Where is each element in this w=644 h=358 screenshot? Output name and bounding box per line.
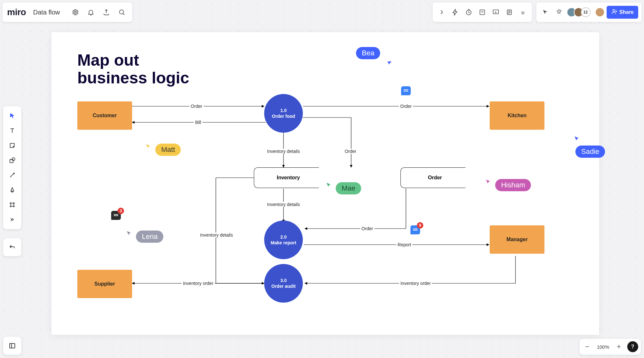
cursor-label: Sadie	[575, 146, 605, 158]
canvas-frame[interactable]: Map out business logic	[52, 32, 599, 335]
zoom-level[interactable]: 100%	[596, 344, 610, 350]
process-label: Order audit	[271, 283, 295, 289]
zoom-in[interactable]: +	[614, 342, 624, 352]
note-icon[interactable]	[504, 6, 515, 18]
svg-point-6	[613, 9, 615, 12]
process-make-report[interactable]: 2.0 Make report	[264, 221, 303, 259]
frame-tool[interactable]	[6, 198, 19, 211]
svg-rect-9	[10, 344, 15, 348]
process-id: 2.0	[280, 234, 286, 240]
share-label: Share	[620, 9, 634, 15]
topbar-right: 12 Share	[433, 3, 641, 22]
svg-point-0	[74, 11, 76, 13]
miro-logo[interactable]: miro	[7, 7, 26, 17]
node-customer[interactable]: Customer	[77, 101, 132, 130]
comment-badge: 9	[417, 222, 423, 229]
comment-icon[interactable]	[401, 86, 411, 95]
svg-point-1	[120, 10, 124, 14]
process-order-food[interactable]: 1.0 Order food	[264, 94, 303, 133]
topbar-left: miro Data flow	[3, 3, 132, 22]
svg-rect-7	[10, 159, 13, 163]
bell-icon[interactable]	[85, 6, 97, 18]
cursor-label: Mae	[336, 182, 361, 194]
share-button[interactable]: Share	[607, 6, 638, 19]
canvas-title: Map out business logic	[77, 52, 189, 87]
process-id: 3.0	[280, 278, 286, 283]
bolt-icon[interactable]	[449, 6, 461, 18]
edge-label: Order	[189, 104, 204, 109]
reactions-icon[interactable]	[553, 6, 565, 18]
collab-panel: 12 Share	[536, 3, 641, 22]
edge-label: Inventory details	[266, 149, 301, 154]
pen-tool[interactable]	[6, 184, 19, 196]
board-name[interactable]: Data flow	[30, 7, 66, 18]
timer-icon[interactable]	[463, 6, 475, 18]
settings-icon[interactable]	[70, 6, 81, 18]
datastore-order[interactable]: Order	[404, 167, 466, 188]
cursor-label: Matt	[155, 144, 181, 156]
undo-button[interactable]	[3, 238, 21, 256]
node-supplier[interactable]: Supplier	[77, 270, 132, 298]
shape-tool[interactable]	[6, 154, 19, 167]
comment-icon[interactable]: 3	[111, 211, 121, 220]
comment-badge: 3	[118, 208, 124, 214]
cursor-share-icon[interactable]	[540, 6, 551, 18]
frame-icon[interactable]	[476, 6, 488, 18]
edge-label: Order	[343, 149, 358, 154]
avatar-stack[interactable]: 12	[567, 7, 591, 17]
panel-toggle[interactable]	[3, 337, 21, 355]
left-toolbar	[3, 106, 21, 229]
comment-icon[interactable]: 9	[410, 225, 420, 234]
more-apps-icon[interactable]	[517, 6, 529, 18]
help-button[interactable]: ?	[627, 341, 638, 352]
process-order-audit[interactable]: 3.0 Order audit	[264, 264, 303, 303]
edge-label: Bill	[194, 120, 203, 125]
process-label: Make report	[271, 240, 296, 246]
edge-label: Order	[399, 104, 413, 109]
edge-label: Report	[396, 242, 412, 247]
datastore-inventory[interactable]: Inventory	[258, 167, 319, 188]
cursor-label: Lena	[136, 231, 163, 243]
cursor-label: Bea	[356, 47, 380, 59]
edge-label: Inventory order	[399, 281, 432, 286]
more-tools[interactable]	[6, 213, 19, 226]
avatar-self[interactable]	[595, 7, 605, 17]
zoom-out[interactable]: −	[582, 342, 592, 352]
cursor-label: Hisham	[495, 179, 531, 191]
text-tool[interactable]	[6, 124, 19, 137]
node-manager[interactable]: Manager	[490, 225, 544, 254]
present-icon[interactable]	[490, 6, 502, 18]
user-plus-icon	[611, 8, 618, 16]
sticky-tool[interactable]	[6, 139, 19, 152]
select-tool[interactable]	[6, 109, 19, 122]
cursor-bea: Bea	[362, 48, 395, 61]
line-tool[interactable]	[6, 169, 19, 182]
cursor-sadie: Sadie	[573, 135, 603, 156]
cursor-hisham: Hisham	[485, 177, 529, 189]
cursor-lena: Lena	[126, 229, 161, 241]
process-label: Order food	[272, 113, 295, 119]
zoom-controls: − 100% + ?	[580, 339, 641, 355]
node-kitchen[interactable]: Kitchen	[490, 101, 544, 130]
cursor-mae: Mae	[325, 180, 359, 193]
edge-label: Inventory order	[182, 281, 215, 286]
avatar-overflow[interactable]: 12	[581, 7, 591, 17]
chevron-right-icon[interactable]	[436, 6, 447, 18]
cursor-matt: Matt	[145, 142, 179, 154]
process-id: 1.0	[280, 108, 286, 113]
edge-label: Inventory details	[266, 202, 301, 207]
board-name-text: Data flow	[33, 9, 60, 16]
search-icon[interactable]	[116, 6, 128, 18]
apps-panel	[433, 3, 532, 22]
export-icon[interactable]	[101, 6, 112, 18]
edge-label: Order	[360, 226, 374, 231]
edge-label: Inventory details	[199, 232, 234, 238]
